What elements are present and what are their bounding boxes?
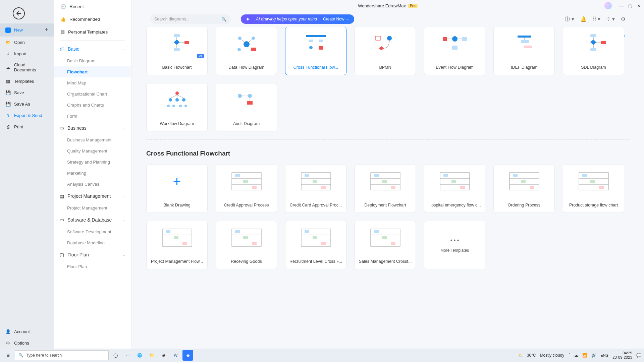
tray-wifi-icon[interactable]: 📶 <box>582 353 587 358</box>
share-icon[interactable]: ⇧ ▾ <box>606 16 615 22</box>
maximize-button[interactable]: ▢ <box>628 3 632 8</box>
template-card[interactable]: Credit Card Approval Proc... <box>285 165 346 213</box>
nav-saveas[interactable]: 💾Save As <box>0 98 54 110</box>
nav-templates[interactable]: ▦Templates <box>0 75 54 87</box>
sub-floor[interactable]: Floor Plan <box>54 261 131 272</box>
svg-rect-108 <box>321 242 326 245</box>
svg-rect-106 <box>305 230 309 233</box>
sub-sd[interactable]: Software Development <box>54 226 131 237</box>
template-card[interactable]: Sales Management Crossf... <box>355 221 416 269</box>
cat-floor[interactable]: ▢Floor Plan⌄ <box>54 248 131 261</box>
avatar[interactable] <box>604 2 612 9</box>
taskview-icon[interactable]: ▭ <box>122 350 133 361</box>
sub-bm[interactable]: Business Management <box>54 134 131 145</box>
card-label: BPMN <box>355 60 416 75</box>
sub-orgchart[interactable]: Organizational Chart <box>54 88 131 100</box>
nav-cloud[interactable]: ☁Cloud Documents <box>0 59 54 75</box>
weather-icon[interactable]: ⛅ <box>518 353 523 358</box>
svg-rect-89 <box>590 180 595 183</box>
nav-new[interactable]: + New + <box>0 23 54 37</box>
type-card[interactable]: IDEF Diagram <box>493 27 555 75</box>
sub-graphs[interactable]: Graphs and Charts <box>54 100 131 111</box>
sub-qm[interactable]: Quality Management <box>54 145 131 157</box>
nav-recent[interactable]: 🕘Recent <box>54 0 131 13</box>
chrome-icon[interactable]: ◉ <box>158 350 169 361</box>
nav-personal-templates[interactable]: ▤Personal Templates <box>54 25 131 38</box>
type-card[interactable]: Event Flow Diagram <box>424 27 485 75</box>
svg-rect-100 <box>235 230 240 233</box>
taskbar-search[interactable]: 🔍Type here to search <box>15 350 109 360</box>
sub-dbm[interactable]: Database Modeling <box>54 237 131 248</box>
svg-rect-29 <box>518 36 531 38</box>
add-icon[interactable]: + <box>45 26 48 34</box>
search-input[interactable]: Search diagrams... 🔍 <box>150 14 231 24</box>
template-card[interactable]: +Blank Drawing <box>146 165 208 213</box>
tray-lang[interactable]: ENG <box>600 353 608 357</box>
type-card[interactable]: Audit Diagram <box>216 83 277 131</box>
cortana-icon[interactable]: ◯ <box>110 350 121 361</box>
explorer-icon[interactable]: 📁 <box>146 350 157 361</box>
template-card[interactable]: Receving Goods <box>216 221 277 269</box>
word-icon[interactable]: W <box>170 350 181 361</box>
type-card[interactable]: Data Flow Diagram <box>216 27 277 75</box>
tray-volume-icon[interactable]: 🔊 <box>591 353 596 358</box>
nav-account[interactable]: 👤Account <box>0 326 54 337</box>
back-button[interactable] <box>13 7 25 19</box>
tray-onedrive-icon[interactable]: ☁ <box>574 353 578 358</box>
start-button[interactable]: ⊞ <box>3 350 13 361</box>
nav-save[interactable]: 💾Save <box>0 87 54 98</box>
type-card[interactable]: Cross Functional Flow... <box>285 27 346 75</box>
card-thumb <box>355 27 416 60</box>
sub-mkt[interactable]: Marketing <box>54 168 131 179</box>
cat-pm[interactable]: ▤Project Management⌄ <box>54 190 131 202</box>
cat-basic[interactable]: 🏷Basic⌄ <box>54 43 131 55</box>
nav-recommended[interactable]: 👍Recommended <box>54 13 131 25</box>
sub-pm[interactable]: Project Management <box>54 202 131 214</box>
card-label: Blank Drawing <box>147 198 207 213</box>
template-card[interactable]: Credit Approval Process <box>216 165 277 213</box>
type-card[interactable]: BPMN <box>355 27 416 75</box>
nav-options[interactable]: ⚙Options <box>0 337 54 349</box>
svg-rect-14 <box>306 35 326 37</box>
sub-mindmap[interactable]: Mind Map <box>54 77 131 88</box>
action-center-icon[interactable]: 💬 <box>636 353 641 358</box>
sub-flowchart[interactable]: Flowchart <box>54 66 131 77</box>
taskbar-clock[interactable]: 04:29 23-09-2023 <box>612 351 632 360</box>
edraw-icon[interactable]: ◆ <box>182 350 193 361</box>
template-card[interactable]: Deployment Flowchart <box>355 165 416 213</box>
cat-business[interactable]: ▭Business⌄ <box>54 122 131 134</box>
more-templates-card[interactable]: • • •More Templates <box>424 221 485 269</box>
card-label: Ordering Process <box>494 198 554 213</box>
template-card[interactable]: Hospital emergency flow c... <box>424 165 485 213</box>
settings-icon[interactable]: ⚙ <box>621 16 625 22</box>
template-card[interactable]: Project Management Flow... <box>146 221 208 269</box>
type-card[interactable]: SDL Diagram <box>563 27 624 75</box>
template-card[interactable]: Product storage flow chart <box>563 165 624 213</box>
sub-basic-diagram[interactable]: Basic Diagram <box>54 55 131 66</box>
minimize-button[interactable]: — <box>619 3 624 8</box>
apps-icon[interactable]: ⠿ ▾ <box>593 16 600 22</box>
nav-open[interactable]: 📂Open <box>0 37 54 48</box>
nav-export[interactable]: ⇪Export & Send <box>0 110 54 121</box>
ai-banner[interactable]: ✦ AI drawing helps open your mind Create… <box>241 14 354 24</box>
svg-rect-66 <box>321 186 326 189</box>
sub-form[interactable]: Form <box>54 111 131 122</box>
template-card[interactable]: Ordering Process <box>493 165 555 213</box>
type-card[interactable]: AIBasic Flowchart <box>146 27 208 75</box>
type-card[interactable]: Workflow Diagram <box>146 83 208 131</box>
help-icon[interactable]: ⓘ ▾ <box>565 16 574 22</box>
svg-rect-33 <box>590 34 596 37</box>
content-scroll[interactable]: AIBasic FlowchartData Flow DiagramCross … <box>131 27 644 349</box>
sub-sp[interactable]: Strategy and Planning <box>54 157 131 168</box>
tray-chevron-icon[interactable]: ˄ <box>568 353 570 358</box>
sub-ac[interactable]: Analysis Canvas <box>54 179 131 190</box>
edge-icon[interactable]: 🌐 <box>134 350 145 361</box>
calendar-icon: ▤ <box>60 193 64 199</box>
ai-create-button[interactable]: Create Now → <box>323 17 350 21</box>
close-button[interactable]: ✕ <box>637 3 641 8</box>
cat-sw[interactable]: ▭Software & Database⌄ <box>54 214 131 226</box>
template-card[interactable]: Recruitment Level Cross F... <box>285 221 346 269</box>
bell-icon[interactable]: 🔔 <box>580 16 587 22</box>
nav-print[interactable]: 🖨Print <box>0 121 54 132</box>
nav-import[interactable]: ⤓Import <box>0 48 54 59</box>
